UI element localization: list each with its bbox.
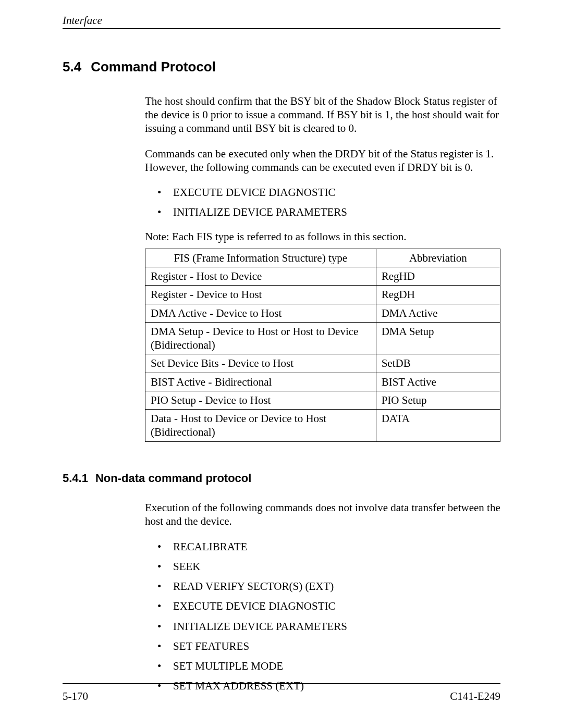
section-body: The host should confirm that the BSY bit… [145,94,500,442]
table-cell: Data - Host to Device or Device to Host … [145,410,376,442]
table-cell: BIST Active - Bidirectional [145,373,376,391]
table-cell: PIO Setup [376,391,500,409]
table-cell: PIO Setup - Device to Host [145,391,376,409]
section-number: 5.4 [63,59,81,75]
page-number: 5-170 [63,689,88,703]
table-header-cell: Abbreviation [376,249,500,267]
list-item: INITIALIZE DEVICE PARAMETERS [145,205,500,219]
table-cell: DMA Active [376,304,500,322]
section-heading: 5.4Command Protocol [63,58,500,76]
exception-commands-list: EXECUTE DEVICE DIAGNOSTIC INITIALIZE DEV… [145,186,500,219]
list-item: READ VERIFY SECTOR(S) (EXT) [145,579,500,593]
paragraph: Commands can be executed only when the D… [145,147,500,175]
subsection-title: Non-data command protocol [95,472,251,485]
table-row: Data - Host to Device or Device to Host … [145,410,500,442]
table-cell: DMA Active - Device to Host [145,304,376,322]
section-title: Command Protocol [91,59,216,75]
table-cell: DMA Setup - Device to Host or Host to De… [145,322,376,354]
fis-abbreviation-table: FIS (Frame Information Structure) type A… [145,249,500,442]
list-item: SET FEATURES [145,639,500,653]
table-row: Register - Device to Host RegDH [145,286,500,304]
table-header-row: FIS (Frame Information Structure) type A… [145,249,500,267]
subsection-number: 5.4.1 [63,472,88,485]
list-item: RECALIBRATE [145,540,500,553]
table-row: DMA Setup - Device to Host or Host to De… [145,322,500,354]
table-cell: SetDB [376,354,500,373]
table-cell: Register - Host to Device [145,267,376,286]
non-data-commands-list: RECALIBRATE SEEK READ VERIFY SECTOR(S) (… [145,540,500,693]
subsection-body: Execution of the following commands does… [145,501,500,693]
table-cell: BIST Active [376,373,500,391]
running-head: Interface [63,0,500,29]
table-cell: DMA Setup [376,322,500,354]
paragraph: The host should confirm that the BSY bit… [145,94,500,135]
table-cell: RegHD [376,267,500,286]
table-row: PIO Setup - Device to Host PIO Setup [145,391,500,409]
paragraph: Execution of the following commands does… [145,501,500,528]
table-row: Register - Host to Device RegHD [145,267,500,286]
page: Interface 5.4Command Protocol The host s… [0,0,563,728]
table-row: Set Device Bits - Device to Host SetDB [145,354,500,373]
table-cell: DATA [376,410,500,442]
subsection-heading: 5.4.1Non-data command protocol [63,471,500,486]
page-footer: 5-170 C141-E249 [63,683,500,703]
document-code: C141-E249 [450,689,500,703]
list-item: INITIALIZE DEVICE PARAMETERS [145,620,500,633]
table-cell: RegDH [376,286,500,304]
table-row: BIST Active - Bidirectional BIST Active [145,373,500,391]
list-item: SEEK [145,560,500,573]
list-item: EXECUTE DEVICE DIAGNOSTIC [145,599,500,613]
note: Note: Each FIS type is referred to as fo… [145,230,500,243]
table-cell: Register - Device to Host [145,286,376,304]
list-item: SET MULTIPLE MODE [145,659,500,673]
table-cell: Set Device Bits - Device to Host [145,354,376,373]
table-header-cell: FIS (Frame Information Structure) type [145,249,376,267]
table-row: DMA Active - Device to Host DMA Active [145,304,500,322]
list-item: EXECUTE DEVICE DIAGNOSTIC [145,186,500,199]
